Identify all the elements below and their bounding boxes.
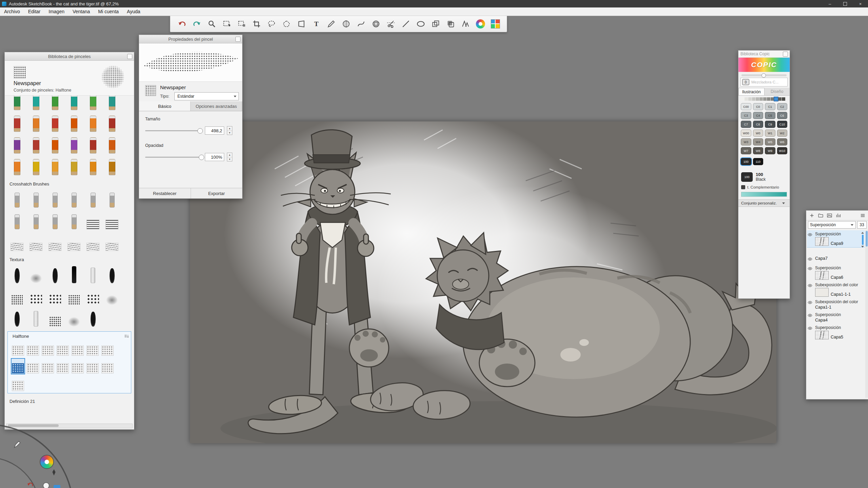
- mixer-swatch[interactable]: 0: [742, 79, 749, 85]
- family-swatch[interactable]: [774, 97, 778, 101]
- brush-item[interactable]: [105, 114, 119, 132]
- symmetry-tool-icon[interactable]: [339, 17, 353, 31]
- brush-item[interactable]: [105, 158, 119, 175]
- brush-item[interactable]: [29, 287, 43, 305]
- brush-item[interactable]: [86, 212, 100, 229]
- brush-item[interactable]: [29, 266, 43, 283]
- copic-swatch-c2[interactable]: C2: [777, 103, 788, 110]
- polyline-tool-icon[interactable]: [279, 17, 293, 31]
- copic-tab-ilustraci-n[interactable]: Ilustración: [738, 88, 765, 95]
- copic-swatch-w0[interactable]: W0: [753, 130, 764, 137]
- transform-tool-icon[interactable]: [235, 17, 248, 31]
- panel-menu-icon[interactable]: [127, 54, 132, 59]
- sort-handle-icon[interactable]: [124, 334, 129, 340]
- brush-item[interactable]: [67, 136, 81, 154]
- copic-swatch-c00[interactable]: C00: [741, 103, 751, 110]
- puck-blue-tab[interactable]: [54, 485, 60, 488]
- layers-scrollbar[interactable]: [865, 230, 868, 398]
- brush-item[interactable]: [12, 359, 24, 373]
- brush-item[interactable]: [48, 233, 62, 251]
- brush-item[interactable]: [12, 341, 24, 356]
- brush-type-select[interactable]: Estándar: [174, 92, 239, 100]
- crop-tool-icon[interactable]: [250, 17, 263, 31]
- brush-item[interactable]: [67, 95, 81, 110]
- palette-tool-icon[interactable]: [488, 17, 502, 31]
- brush-item[interactable]: [12, 377, 24, 391]
- brush-item[interactable]: [101, 359, 114, 373]
- menu-ventana[interactable]: Ventana: [69, 7, 94, 16]
- brush-item[interactable]: [48, 114, 62, 132]
- brush-item[interactable]: [10, 158, 24, 175]
- scrollbar-thumb[interactable]: [866, 231, 868, 247]
- brush-item[interactable]: [86, 136, 100, 154]
- brush-item[interactable]: [29, 233, 43, 251]
- menu-imagen[interactable]: Imagen: [44, 7, 69, 16]
- new-folder-icon[interactable]: [818, 213, 824, 218]
- brush-item[interactable]: [10, 95, 24, 110]
- menu-editar[interactable]: Editar: [24, 7, 45, 16]
- custom-set-dropdown[interactable]: Conjunto personaliz.: [738, 199, 790, 207]
- color-wheel-icon[interactable]: [40, 455, 54, 469]
- pen-nib-icon[interactable]: [50, 469, 58, 477]
- copic-swatch-w00[interactable]: W00: [741, 130, 751, 137]
- brush-item[interactable]: [29, 190, 43, 208]
- family-swatch[interactable]: [763, 97, 767, 101]
- color-mixer-field[interactable]: 0 Mezcladora C...: [740, 78, 788, 86]
- copic-swatch-c5[interactable]: C5: [765, 112, 775, 119]
- copic-swatch-c7[interactable]: C7: [741, 121, 751, 128]
- brush-item[interactable]: [86, 233, 100, 251]
- brush-item[interactable]: [67, 190, 81, 208]
- copic-swatch-c8[interactable]: C8: [753, 121, 764, 128]
- blend-mode-select[interactable]: Superposición: [808, 221, 856, 229]
- cut-tool-icon[interactable]: [384, 17, 398, 31]
- brush-item[interactable]: [67, 233, 81, 251]
- brush-item[interactable]: [10, 114, 24, 132]
- visibility-eye-icon[interactable]: [808, 256, 814, 263]
- add-layer-icon[interactable]: [809, 213, 815, 218]
- slider-track[interactable]: [145, 157, 202, 158]
- zoom-tool-icon[interactable]: [205, 17, 218, 31]
- slider-track[interactable]: [145, 130, 202, 131]
- stepper-up-icon[interactable]: ▲: [227, 153, 232, 157]
- copic-swatch-w10[interactable]: W10: [777, 147, 788, 154]
- family-swatch[interactable]: [771, 97, 774, 101]
- brush-item[interactable]: [105, 95, 119, 110]
- brush-icon[interactable]: [13, 440, 22, 450]
- layer-row-capa1-1[interactable]: Subexposición del colorCapa1-1: [807, 298, 865, 311]
- brush-item[interactable]: [10, 233, 24, 251]
- color-wheel-tool-icon[interactable]: [474, 17, 487, 31]
- copic-swatch-w6[interactable]: W6: [777, 138, 788, 145]
- brush-item[interactable]: [48, 212, 62, 229]
- props-tab-opciones-avanzadas[interactable]: Opciones avanzadas: [191, 101, 242, 111]
- brush-properties-header[interactable]: Propiedades del pincel: [139, 35, 242, 43]
- copic-swatch-w4[interactable]: W4: [753, 138, 764, 145]
- family-swatch[interactable]: [748, 97, 752, 101]
- scrollbar-thumb[interactable]: [8, 424, 59, 427]
- brush-item[interactable]: [86, 341, 99, 356]
- brush-item[interactable]: [48, 309, 62, 327]
- stepper-down-icon[interactable]: ▼: [227, 131, 232, 135]
- copic-header[interactable]: Biblioteca Copic: [738, 51, 790, 58]
- undo-icon[interactable]: [26, 481, 34, 488]
- brush-item[interactable]: [48, 190, 62, 208]
- visibility-eye-icon[interactable]: [808, 282, 814, 297]
- redo-tool-icon[interactable]: [190, 17, 204, 31]
- brush-item[interactable]: [86, 359, 99, 373]
- panel-menu-icon[interactable]: [235, 37, 240, 42]
- layer-thumbnail[interactable]: [815, 288, 829, 297]
- brush-item[interactable]: [48, 287, 62, 305]
- import-image-icon[interactable]: [827, 213, 832, 218]
- copic-swatch-c1[interactable]: C1: [765, 103, 775, 110]
- menu-archivo[interactable]: Archivo: [0, 7, 24, 16]
- slider-thumb[interactable]: [197, 128, 203, 134]
- brush-item[interactable]: [86, 287, 100, 305]
- brush-item[interactable]: [48, 158, 62, 175]
- brush-item[interactable]: [72, 341, 84, 356]
- copic-swatch-c3[interactable]: C3: [741, 112, 751, 119]
- copic-swatch-c4[interactable]: C4: [753, 112, 764, 119]
- undo-tool-icon[interactable]: [175, 17, 189, 31]
- brush-item[interactable]: [67, 212, 81, 229]
- copic-swatch-100[interactable]: 100: [741, 158, 751, 165]
- brush-item[interactable]: [105, 233, 119, 251]
- family-swatch[interactable]: [778, 97, 782, 101]
